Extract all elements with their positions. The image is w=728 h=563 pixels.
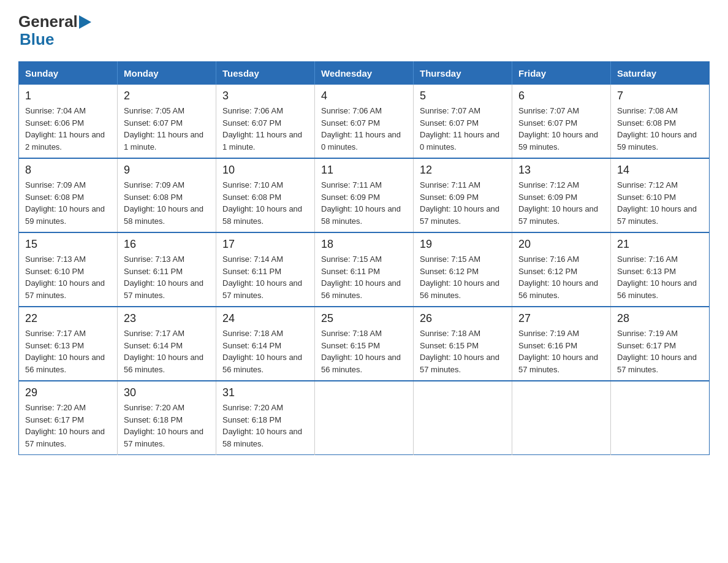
calendar-cell: 1 Sunrise: 7:04 AMSunset: 6:06 PMDayligh… [19,85,118,158]
calendar-cell: 31 Sunrise: 7:20 AMSunset: 6:18 PMDaylig… [216,381,315,455]
calendar-cell: 30 Sunrise: 7:20 AMSunset: 6:18 PMDaylig… [118,381,216,455]
calendar-cell: 16 Sunrise: 7:13 AMSunset: 6:11 PMDaylig… [118,232,216,307]
calendar-cell: 21 Sunrise: 7:16 AMSunset: 6:13 PMDaylig… [611,232,710,307]
day-info: Sunrise: 7:11 AMSunset: 6:09 PMDaylight:… [321,179,407,227]
weekday-header-thursday: Thursday [414,62,512,85]
logo-blue-text: Blue [20,30,54,48]
day-info: Sunrise: 7:09 AMSunset: 6:08 PMDaylight:… [124,179,210,227]
calendar-cell: 29 Sunrise: 7:20 AMSunset: 6:17 PMDaylig… [19,381,118,455]
calendar-cell: 9 Sunrise: 7:09 AMSunset: 6:08 PMDayligh… [118,158,216,232]
calendar-cell: 8 Sunrise: 7:09 AMSunset: 6:08 PMDayligh… [19,158,118,232]
page-header: General Blue [18,12,710,49]
calendar-cell: 19 Sunrise: 7:15 AMSunset: 6:12 PMDaylig… [414,232,512,307]
day-info: Sunrise: 7:20 AMSunset: 6:18 PMDaylight:… [222,402,308,450]
day-number: 16 [124,238,210,251]
logo: General Blue [18,12,91,49]
weekday-header-saturday: Saturday [611,62,710,85]
day-info: Sunrise: 7:09 AMSunset: 6:08 PMDaylight:… [25,179,111,227]
day-info: Sunrise: 7:07 AMSunset: 6:07 PMDaylight:… [518,105,604,153]
calendar-week-row: 8 Sunrise: 7:09 AMSunset: 6:08 PMDayligh… [19,158,710,232]
day-info: Sunrise: 7:10 AMSunset: 6:08 PMDaylight:… [222,179,308,227]
weekday-header-friday: Friday [512,62,611,85]
calendar-cell: 5 Sunrise: 7:07 AMSunset: 6:07 PMDayligh… [414,85,512,158]
day-info: Sunrise: 7:07 AMSunset: 6:07 PMDaylight:… [420,105,506,153]
calendar-cell: 23 Sunrise: 7:17 AMSunset: 6:14 PMDaylig… [118,307,216,381]
day-number: 19 [420,238,506,251]
day-info: Sunrise: 7:11 AMSunset: 6:09 PMDaylight:… [420,179,506,227]
calendar-cell: 13 Sunrise: 7:12 AMSunset: 6:09 PMDaylig… [512,158,611,232]
calendar-cell: 3 Sunrise: 7:06 AMSunset: 6:07 PMDayligh… [216,85,315,158]
day-info: Sunrise: 7:18 AMSunset: 6:15 PMDaylight:… [420,327,506,375]
day-info: Sunrise: 7:16 AMSunset: 6:13 PMDaylight:… [617,253,703,301]
day-info: Sunrise: 7:15 AMSunset: 6:12 PMDaylight:… [420,253,506,301]
day-info: Sunrise: 7:18 AMSunset: 6:15 PMDaylight:… [321,327,407,375]
day-number: 21 [617,238,703,251]
day-number: 5 [420,90,506,102]
day-info: Sunrise: 7:13 AMSunset: 6:11 PMDaylight:… [124,253,210,301]
calendar-cell: 26 Sunrise: 7:18 AMSunset: 6:15 PMDaylig… [414,307,512,381]
day-number: 31 [222,386,308,399]
weekday-header-wednesday: Wednesday [315,62,414,85]
day-number: 7 [617,90,703,102]
calendar-cell: 4 Sunrise: 7:06 AMSunset: 6:07 PMDayligh… [315,85,414,158]
day-info: Sunrise: 7:08 AMSunset: 6:08 PMDaylight:… [617,105,703,153]
day-info: Sunrise: 7:18 AMSunset: 6:14 PMDaylight:… [222,327,308,375]
calendar-cell: 25 Sunrise: 7:18 AMSunset: 6:15 PMDaylig… [315,307,414,381]
calendar-table: SundayMondayTuesdayWednesdayThursdayFrid… [18,61,710,455]
day-number: 20 [518,238,604,251]
calendar-cell [414,381,512,455]
calendar-cell: 18 Sunrise: 7:15 AMSunset: 6:11 PMDaylig… [315,232,414,307]
day-number: 24 [222,312,308,325]
day-number: 30 [124,386,210,399]
day-info: Sunrise: 7:17 AMSunset: 6:14 PMDaylight:… [124,327,210,375]
weekday-header-tuesday: Tuesday [216,62,315,85]
day-number: 28 [617,312,703,325]
logo-arrow-icon [79,15,91,29]
calendar-cell: 20 Sunrise: 7:16 AMSunset: 6:12 PMDaylig… [512,232,611,307]
calendar-cell: 14 Sunrise: 7:12 AMSunset: 6:10 PMDaylig… [611,158,710,232]
calendar-cell: 22 Sunrise: 7:17 AMSunset: 6:13 PMDaylig… [19,307,118,381]
day-info: Sunrise: 7:13 AMSunset: 6:10 PMDaylight:… [25,253,111,301]
day-number: 12 [420,164,506,177]
calendar-week-row: 22 Sunrise: 7:17 AMSunset: 6:13 PMDaylig… [19,307,710,381]
calendar-cell: 15 Sunrise: 7:13 AMSunset: 6:10 PMDaylig… [19,232,118,307]
day-number: 25 [321,312,407,325]
calendar-week-row: 15 Sunrise: 7:13 AMSunset: 6:10 PMDaylig… [19,232,710,307]
day-number: 29 [25,386,111,399]
calendar-week-row: 29 Sunrise: 7:20 AMSunset: 6:17 PMDaylig… [19,381,710,455]
day-number: 4 [321,90,407,102]
logo-general-text: General [18,12,78,31]
day-number: 23 [124,312,210,325]
calendar-cell: 7 Sunrise: 7:08 AMSunset: 6:08 PMDayligh… [611,85,710,158]
day-info: Sunrise: 7:17 AMSunset: 6:13 PMDaylight:… [25,327,111,375]
calendar-cell [315,381,414,455]
day-info: Sunrise: 7:14 AMSunset: 6:11 PMDaylight:… [222,253,308,301]
day-info: Sunrise: 7:15 AMSunset: 6:11 PMDaylight:… [321,253,407,301]
calendar-cell: 10 Sunrise: 7:10 AMSunset: 6:08 PMDaylig… [216,158,315,232]
day-info: Sunrise: 7:20 AMSunset: 6:18 PMDaylight:… [124,402,210,450]
day-info: Sunrise: 7:12 AMSunset: 6:10 PMDaylight:… [617,179,703,227]
calendar-cell: 28 Sunrise: 7:19 AMSunset: 6:17 PMDaylig… [611,307,710,381]
day-number: 18 [321,238,407,251]
weekday-header-sunday: Sunday [19,62,118,85]
day-number: 8 [25,164,111,177]
svg-marker-0 [79,15,91,29]
day-number: 26 [420,312,506,325]
day-number: 9 [124,164,210,177]
day-number: 11 [321,164,407,177]
day-info: Sunrise: 7:12 AMSunset: 6:09 PMDaylight:… [518,179,604,227]
day-number: 17 [222,238,308,251]
day-number: 27 [518,312,604,325]
calendar-cell: 27 Sunrise: 7:19 AMSunset: 6:16 PMDaylig… [512,307,611,381]
calendar-cell [512,381,611,455]
calendar-cell [611,381,710,455]
day-info: Sunrise: 7:04 AMSunset: 6:06 PMDaylight:… [25,105,111,153]
day-number: 14 [617,164,703,177]
calendar-cell: 17 Sunrise: 7:14 AMSunset: 6:11 PMDaylig… [216,232,315,307]
day-info: Sunrise: 7:06 AMSunset: 6:07 PMDaylight:… [321,105,407,153]
calendar-cell: 24 Sunrise: 7:18 AMSunset: 6:14 PMDaylig… [216,307,315,381]
day-number: 2 [124,90,210,102]
day-info: Sunrise: 7:05 AMSunset: 6:07 PMDaylight:… [124,105,210,153]
day-number: 22 [25,312,111,325]
day-info: Sunrise: 7:20 AMSunset: 6:17 PMDaylight:… [25,402,111,450]
